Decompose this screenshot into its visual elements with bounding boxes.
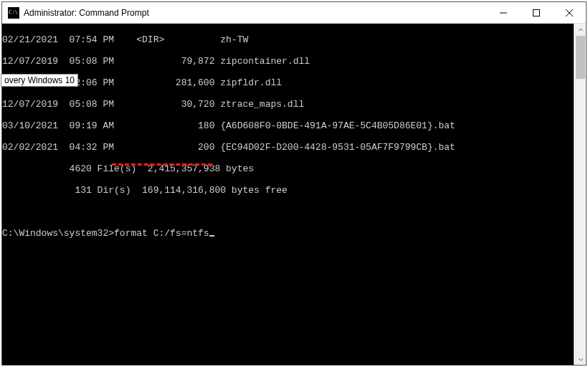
output-line: 12/07/2019 05:08 PM 30,720 ztrace_maps.d… bbox=[2, 99, 574, 110]
chevron-up-icon bbox=[578, 27, 584, 33]
text-cursor bbox=[209, 235, 214, 237]
output-line: 12/07/2019 05:08 PM 79,872 zipcontainer.… bbox=[2, 56, 574, 67]
window-title: Administrator: Command Prompt bbox=[24, 8, 149, 18]
prompt-path: C:\Windows\system32> bbox=[2, 228, 114, 239]
vertical-scrollbar[interactable] bbox=[574, 24, 586, 365]
minimize-button[interactable] bbox=[487, 2, 520, 24]
scrollbar-thumb[interactable] bbox=[576, 36, 585, 79]
titlebar[interactable]: Administrator: Command Prompt bbox=[2, 2, 586, 24]
scroll-up-button[interactable] bbox=[574, 24, 587, 36]
typed-command: format C:/fs=ntfs bbox=[114, 228, 209, 239]
terminal-output[interactable]: 02/21/2021 07:54 PM <DIR> zh-TW 12/07/20… bbox=[2, 24, 574, 365]
svg-rect-1 bbox=[534, 9, 540, 16]
output-line bbox=[2, 206, 574, 217]
tooltip: overy Windows 10 bbox=[1, 74, 78, 87]
annotation-underline bbox=[112, 163, 212, 166]
maximize-icon bbox=[533, 9, 540, 16]
output-line: 02/02/2021 04:32 PM 200 {EC94D02F-D200-4… bbox=[2, 142, 574, 153]
output-line: 02/21/2021 07:54 PM <DIR> zh-TW bbox=[2, 34, 574, 45]
close-icon bbox=[566, 9, 573, 16]
output-line: 03/10/2021 09:19 AM 180 {A6D608F0-0BDE-4… bbox=[2, 120, 574, 131]
minimize-icon bbox=[500, 9, 507, 16]
output-line: 4620 File(s) 2,415,357,938 bytes bbox=[2, 163, 574, 174]
output-line: 12:06 PM 281,600 zipfldr.dll bbox=[2, 77, 574, 88]
command-prompt-window: Administrator: Command Prompt 02/21/2021… bbox=[1, 1, 587, 366]
prompt-line: C:\Windows\system32>format C:/fs=ntfs bbox=[2, 228, 574, 239]
maximize-button[interactable] bbox=[520, 2, 553, 24]
client-area: 02/21/2021 07:54 PM <DIR> zh-TW 12/07/20… bbox=[2, 24, 586, 365]
close-button[interactable] bbox=[553, 2, 586, 24]
output-line: 131 Dir(s) 169,114,316,800 bytes free bbox=[2, 185, 574, 196]
scroll-down-button[interactable] bbox=[574, 353, 587, 365]
cmd-icon bbox=[8, 7, 19, 19]
chevron-down-icon bbox=[578, 356, 584, 362]
